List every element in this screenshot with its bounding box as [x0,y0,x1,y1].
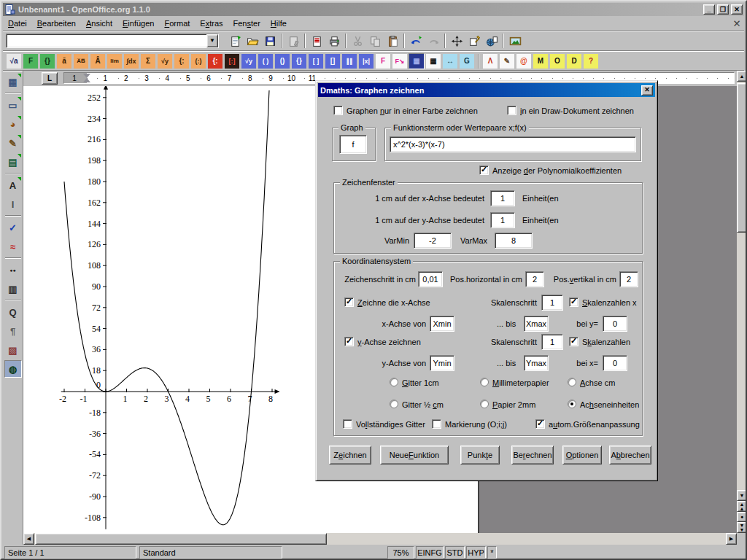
bei-x-field[interactable]: 0 [603,355,627,371]
new-document-icon[interactable] [226,32,244,50]
dm-D-icon[interactable]: D [566,53,582,69]
scroll-up-icon[interactable]: ▲ [737,71,747,82]
dm-segment-icon[interactable]: A̅B̅ [73,53,89,69]
y-bis-field[interactable]: Ymax [524,355,549,371]
insert-fields-icon[interactable]: A [4,176,22,194]
vollstaendiges-gitter-checkbox[interactable] [343,419,352,429]
abbrechen-button[interactable]: Abbrechen [609,446,651,464]
spellcheck-icon[interactable]: ✓ [4,219,22,236]
optionen-button[interactable]: Optionen [562,446,602,464]
zoom-icon[interactable]: Q [4,303,22,321]
dm-system-red-icon[interactable]: {: [207,53,223,69]
x-von-field[interactable]: Xmin [430,316,454,332]
berechnen-button[interactable]: Berechnen [511,446,554,464]
scroll-down-icon[interactable]: ▼ [737,490,747,501]
single-color-checkbox[interactable] [333,106,343,115]
x-axis-checkbox[interactable] [344,298,354,307]
status-zoom[interactable]: 75% [387,546,414,559]
paste-icon[interactable] [384,32,401,50]
menu-bearbeiten[interactable]: Bearbeiten [32,17,81,30]
hyperlink-dialog-icon[interactable] [483,32,500,50]
graph-name-field[interactable]: f [339,135,367,154]
scroll-right-icon[interactable]: ▶ [726,533,737,545]
dm-root-icon[interactable]: √y [157,53,173,69]
dm-draw-graph-icon[interactable]: ▦ [409,53,425,69]
url-input[interactable] [7,34,206,47]
dm-axes-icon[interactable]: ↔ [442,53,458,69]
dm-cases-orange-icon[interactable]: (:) [190,53,206,69]
millimeterpapier-radio[interactable] [480,378,489,386]
dialog-title-bar[interactable]: Dmaths: Graphen zeichnen ✕ [318,83,655,97]
skalenzahlen-x-checkbox[interactable] [569,298,578,307]
dm-braces-blue-icon[interactable]: {} [291,53,307,69]
dm-spiral-icon[interactable]: @ [516,53,532,69]
dm-bracket-wide-icon[interactable]: [ ] [308,53,324,69]
varmin-field[interactable]: -2 [414,233,452,249]
insert-object-icon[interactable]: ◕ [4,115,22,133]
pos-vertikal-field[interactable]: 2 [619,271,638,287]
url-dropdown-icon[interactable]: ▼ [206,34,218,47]
direct-cursor-icon[interactable]: I [4,195,22,213]
graphics-toggle-icon[interactable]: ▨ [4,341,22,359]
zeichnen-button[interactable]: Zeichnen [329,446,371,464]
dm-O-icon[interactable]: O [549,53,565,69]
dm-pencil-icon[interactable]: ✎ [499,53,515,69]
open-document-icon[interactable] [244,32,261,50]
dm-vector-icon[interactable]: ā [56,53,72,69]
achse-cm-radio[interactable] [568,378,576,386]
dm-function-pink-edit-icon[interactable]: F↘ [392,53,408,69]
horizontal-scroll-thumb[interactable] [35,533,327,545]
dialog-close-icon[interactable]: ✕ [641,85,653,96]
y-axis-checkbox[interactable] [344,337,354,346]
skalenzahlen-y-checkbox[interactable] [569,337,578,346]
auto-spellcheck-icon[interactable]: ≈ [4,238,22,255]
nonprinting-characters-icon[interactable]: ¶ [4,322,22,340]
dm-help-icon[interactable]: ? [583,53,599,69]
menu-datei[interactable]: Datei [3,17,32,30]
scroll-left-icon[interactable]: ◀ [23,533,34,545]
indent-marker[interactable] [83,74,90,83]
gitter-halb-cm-radio[interactable] [390,400,398,408]
y-scale-field[interactable]: 1 [490,212,515,228]
stylist-icon[interactable] [465,32,483,50]
minimize-button[interactable]: _ [703,4,715,15]
status-hyperlink-mode[interactable]: HYP [466,546,486,559]
gitter-1cm-radio[interactable] [390,378,398,386]
horizontal-scrollbar[interactable]: ◀ ▶ [23,533,737,545]
dm-bracket-icon[interactable]: [] [325,53,341,69]
dm-limit-icon[interactable]: lim [107,53,123,69]
export-pdf-icon[interactable] [308,32,325,50]
punkte-button[interactable]: Punkte [460,446,500,464]
autosize-checkbox[interactable] [535,419,545,429]
dm-angle-icon[interactable]: Â [90,53,106,69]
menu-hilfe[interactable]: Hilfe [266,17,292,30]
dm-abs-icon[interactable]: |x| [358,53,374,69]
dm-root-blue-icon[interactable]: √y [241,53,257,69]
print-icon[interactable] [325,32,343,50]
close-button[interactable]: ✕ [731,4,743,15]
status-insert-mode[interactable]: EINFG [416,546,444,559]
dm-integral-icon[interactable]: ∫dx [123,53,139,69]
funktionsterm-input[interactable]: x^2*(x-3)*(x-7) [390,136,636,152]
close-document-icon[interactable]: ✕ [731,18,743,28]
dm-M-icon[interactable]: M [533,53,549,69]
menu-ansicht[interactable]: Ansicht [81,17,117,30]
polynomial-coefficients-checkbox[interactable] [479,166,489,175]
form-functions-icon[interactable]: ▤ [4,153,22,171]
dm-matrix-dark-icon[interactable]: [:] [224,53,240,69]
vertical-scroll-track[interactable] [737,82,747,490]
zeichenschritt-field[interactable]: 0,01 [418,271,443,287]
online-layout-icon[interactable]: ◍ [4,360,22,378]
y-von-field[interactable]: Ymin [430,355,454,371]
find-replace-icon[interactable]: ●● [4,261,22,279]
dm-paren-icon[interactable]: () [274,53,290,69]
navigator-icon[interactable] [448,32,465,50]
dm-system-orange-icon[interactable]: {: [174,53,190,69]
dm-paren-wide-icon[interactable]: ( ) [258,53,274,69]
url-combobox[interactable]: ▼ [6,34,219,48]
dm-sum-icon[interactable]: Σ [140,53,156,69]
dm-compass-icon[interactable]: Λ [482,53,498,69]
tab-type-button[interactable]: L [42,72,58,85]
vertical-scrollbar[interactable]: ▲ ▼ ▲▲ ● ▼▼ [737,71,747,533]
draw-functions-icon[interactable]: ✎ [4,134,22,152]
